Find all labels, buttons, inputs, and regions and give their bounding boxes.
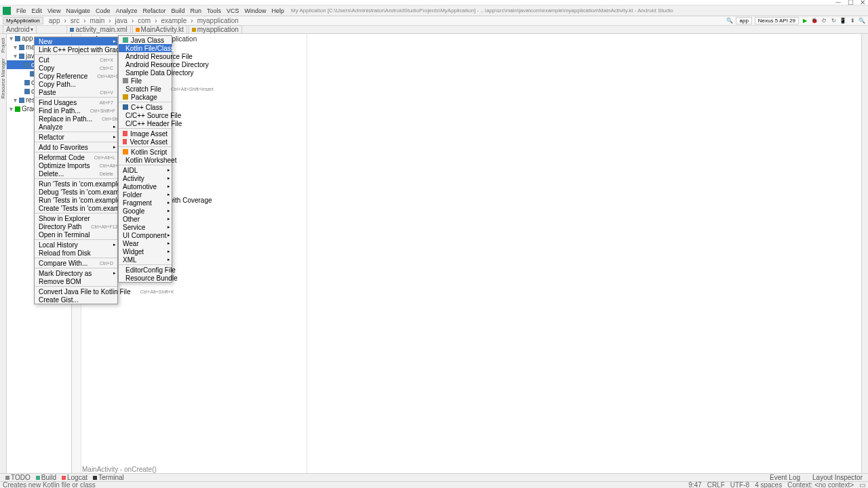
path-segment[interactable]: myapplication <box>196 17 240 24</box>
menu-help[interactable]: Help <box>269 7 288 14</box>
search-icon[interactable]: 🔍 <box>726 18 733 24</box>
bottom-tab-terminal[interactable]: Terminal <box>90 474 127 481</box>
menu-run[interactable]: Run <box>188 7 205 14</box>
run-config-selector[interactable]: app <box>736 17 751 24</box>
menu-navigate[interactable]: Navigate <box>63 7 93 14</box>
menu-item[interactable]: Android Resource File <box>119 52 172 60</box>
open-tab-1[interactable]: MainActivity.kt <box>132 25 187 34</box>
menu-item[interactable]: CutCtrl+X <box>35 56 117 64</box>
menu-item[interactable]: Copy ReferenceCtrl+Alt+Shift+C <box>35 72 117 80</box>
menu-item[interactable]: Add to Favorites▸ <box>35 143 117 151</box>
menu-item[interactable]: AIDL▸ <box>119 166 172 174</box>
menu-item[interactable]: Mark Directory as▸ <box>35 269 117 277</box>
context-menu[interactable]: New▸Link C++ Project with GradleCutCtrl+… <box>34 37 118 304</box>
open-tab-0[interactable]: activity_main.xml <box>66 25 130 34</box>
run-icon[interactable]: ▶ <box>802 18 808 24</box>
menu-item[interactable]: Resource Bundle <box>119 274 172 282</box>
menu-item[interactable]: Find in Path...Ctrl+Shift+F <box>35 106 117 115</box>
menu-item[interactable]: Show in Explorer <box>35 214 117 222</box>
menu-code[interactable]: Code <box>93 7 113 14</box>
menu-item[interactable]: Create 'Tests in 'com.example.myapplicat… <box>35 204 117 212</box>
menu-window[interactable]: Window <box>242 7 269 14</box>
menu-item[interactable]: File <box>119 77 172 85</box>
menu-item[interactable]: Create Gist... <box>35 296 117 304</box>
menu-file[interactable]: File <box>14 7 29 14</box>
menu-item[interactable]: C++ Class <box>119 103 172 111</box>
bottom-tab-build[interactable]: Build <box>33 474 59 481</box>
menu-item[interactable]: Automotive▸ <box>119 182 172 190</box>
menu-item[interactable]: Java Class <box>119 36 172 44</box>
menu-item[interactable]: Directory PathCtrl+Alt+F12 <box>35 222 117 230</box>
menu-item[interactable]: Convert Java File to Kotlin FileCtrl+Alt… <box>35 287 117 296</box>
avd-icon[interactable]: 📱 <box>840 18 846 24</box>
menu-edit[interactable]: Edit <box>29 7 45 14</box>
menu-item[interactable]: Activity▸ <box>119 174 172 182</box>
menu-item[interactable]: Debug 'Tests in 'com.example.myapplicat' <box>35 188 117 196</box>
menu-tools[interactable]: Tools <box>204 7 224 14</box>
menu-item[interactable]: Android Resource Directory <box>119 60 172 68</box>
menu-item[interactable]: Kotlin Script <box>119 148 172 156</box>
path-segment[interactable]: com <box>136 17 152 24</box>
context[interactable]: Context: <no context> <box>787 481 854 488</box>
menu-item[interactable]: Google▸ <box>119 207 172 215</box>
menu-item[interactable]: Kotlin Worksheet <box>119 156 172 164</box>
menu-item[interactable]: EditorConfig File <box>119 266 172 274</box>
path-segment[interactable]: main <box>89 17 106 24</box>
menu-item[interactable]: Remove BOM <box>35 277 117 285</box>
profile-icon[interactable]: ⏱ <box>821 18 827 24</box>
menu-item[interactable]: Folder▸ <box>119 190 172 199</box>
menu-item[interactable]: Vector Asset <box>119 138 172 146</box>
bottom-tab-todo[interactable]: TODO <box>3 474 33 481</box>
menu-item[interactable]: CopyCtrl+C <box>35 64 117 72</box>
menu-view[interactable]: View <box>45 7 63 14</box>
menu-item[interactable]: Find UsagesAlt+F7 <box>35 98 117 106</box>
menu-item[interactable]: Run 'Tests in 'com.example.myapplicat' <box>35 180 117 188</box>
left-tab-resource[interactable]: Resource Manager <box>1 57 5 100</box>
menu-item[interactable]: Open in Terminal <box>35 230 117 239</box>
minimize-icon[interactable]: ─ <box>834 0 842 6</box>
menu-item[interactable]: Image Asset <box>119 129 172 138</box>
file-encoding[interactable]: UTF-8 <box>730 481 749 488</box>
bottom-tab-logcat[interactable]: Logcat <box>59 474 90 481</box>
sdk-icon[interactable]: ⬇ <box>849 18 856 24</box>
path-segment[interactable]: app <box>47 17 62 24</box>
memory-indicator[interactable]: ▭ <box>859 481 865 488</box>
editor[interactable]: package com.example.myapplication import… <box>72 34 861 473</box>
open-tab-2[interactable]: myapplication <box>189 25 242 34</box>
sync-icon[interactable]: ↻ <box>830 18 837 24</box>
line-separator[interactable]: CRLF <box>707 481 725 488</box>
device-selector[interactable]: Nexus 5 API 29 <box>755 17 799 24</box>
menu-item[interactable]: PasteCtrl+V <box>35 88 117 96</box>
menu-item[interactable]: Widget▸ <box>119 247 172 256</box>
menu-item[interactable]: Copy Path... <box>35 80 117 88</box>
indent[interactable]: 4 spaces <box>755 481 782 488</box>
close-icon[interactable]: ✕ <box>859 0 867 6</box>
menu-item[interactable]: UI Component▸ <box>119 231 172 239</box>
menu-item[interactable]: Service▸ <box>119 223 172 231</box>
menu-item[interactable]: C/C++ Header File <box>119 119 172 127</box>
menu-item[interactable]: Replace in Path...Ctrl+Shift+R <box>35 115 117 123</box>
menu-item[interactable]: Sample Data Directory <box>119 68 172 77</box>
menu-analyze[interactable]: Analyze <box>113 7 140 14</box>
left-tab-project[interactable]: Project <box>1 37 5 54</box>
menu-item[interactable]: Compare With...Ctrl+D <box>35 259 117 267</box>
project-selector[interactable]: MyApplication <box>3 17 43 24</box>
menu-item[interactable]: Optimize ImportsCtrl+Alt+O <box>35 161 117 169</box>
menu-item[interactable]: Kotlin File/Class <box>119 44 172 52</box>
maximize-icon[interactable]: ☐ <box>846 0 854 6</box>
code-area[interactable]: package com.example.myapplication import… <box>81 34 861 473</box>
menu-item[interactable]: Link C++ Project with Gradle <box>35 45 117 54</box>
menu-item[interactable]: New▸ <box>35 37 117 45</box>
menu-build[interactable]: Build <box>168 7 187 14</box>
bottom-right-event-log[interactable]: Event Log <box>767 474 803 481</box>
menu-item[interactable]: Local History▸ <box>35 241 117 249</box>
menu-vcs[interactable]: VCS <box>224 7 242 14</box>
menu-item[interactable]: Fragment▸ <box>119 199 172 207</box>
menu-item[interactable]: Refactor▸ <box>35 133 117 141</box>
path-segment[interactable]: example <box>160 17 189 24</box>
menu-item[interactable]: Other▸ <box>119 215 172 223</box>
menu-item[interactable]: Run 'Tests in 'com.example.myapplication… <box>35 196 117 204</box>
menu-item[interactable]: Delete...Delete <box>35 169 117 178</box>
path-segment[interactable]: java <box>114 17 129 24</box>
menu-item[interactable]: C/C++ Source File <box>119 111 172 119</box>
